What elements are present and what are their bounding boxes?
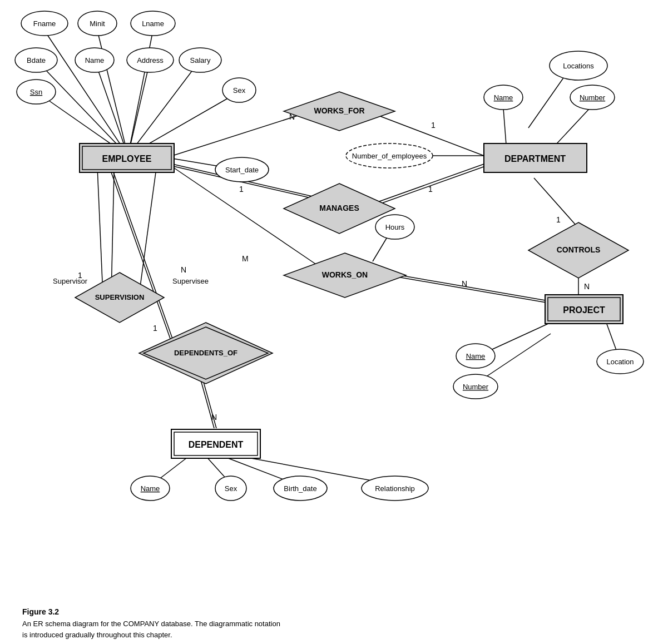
attr-lname-label: Lname <box>142 19 164 28</box>
attr-num-employees-label: Number_of_employees <box>352 152 427 160</box>
cardinality-controls-n: N <box>584 282 590 291</box>
cardinality-works-on-m: M <box>242 254 249 263</box>
entity-employee-label: EMPLOYEE <box>102 154 152 164</box>
attr-hours-label: Hours <box>385 223 405 231</box>
er-diagram-container: N 1 1 1 M N 1 N 1 N 1 N Supervisor Super… <box>0 0 668 601</box>
attr-proj-number-label: Number <box>463 383 489 391</box>
svg-line-31 <box>606 323 617 353</box>
attr-dept-name-label: Name <box>494 93 513 102</box>
svg-line-13 <box>172 167 328 273</box>
svg-line-22 <box>367 164 484 206</box>
attr-dep-name-label: Name <box>141 484 160 493</box>
caption-line1: An ER schema diagram for the COMPANY dat… <box>22 618 645 630</box>
rel-manages-label: MANAGES <box>319 204 359 212</box>
svg-line-29 <box>484 323 551 353</box>
rel-works-on-label: WORKS_ON <box>322 270 368 279</box>
entity-dependent-label: DEPENDENT <box>189 440 244 449</box>
attr-emp-name-label: Name <box>85 56 105 65</box>
svg-line-23 <box>368 166 485 208</box>
cardinality-dependents-n: N <box>211 413 217 422</box>
attr-dep-birthdate-label: Birth_date <box>284 484 316 493</box>
label-supervisor: Supervisor <box>53 277 88 285</box>
rel-works-for-label: WORKS_FOR <box>314 106 365 115</box>
svg-line-4 <box>95 60 128 156</box>
attr-locations-label: Locations <box>563 62 594 70</box>
caption-title: Figure 3.2 <box>22 607 645 616</box>
cardinality-dependents-1: 1 <box>153 324 157 333</box>
svg-line-14 <box>97 167 103 295</box>
attr-start-date-label: Start_date <box>225 166 259 174</box>
cardinality-controls-dept: 1 <box>556 215 561 224</box>
er-diagram-svg: N 1 1 1 M N 1 N 1 N 1 N Supervisor Super… <box>0 0 668 601</box>
attr-bdate-label: Bdate <box>27 56 46 65</box>
attr-ssn-label: Ssn <box>30 88 42 96</box>
attr-fname-label: Fname <box>33 19 56 28</box>
rel-controls-label: CONTROLS <box>557 245 601 254</box>
caption-area: Figure 3.2 An ER schema diagram for the … <box>11 601 656 644</box>
entity-project-label: PROJECT <box>563 305 605 315</box>
cardinality-works-for-1: 1 <box>431 121 436 130</box>
svg-line-33 <box>139 172 156 295</box>
svg-line-3 <box>36 60 128 156</box>
attr-proj-location-label: Location <box>606 358 634 366</box>
attr-sex-emp-label: Sex <box>233 86 246 95</box>
attr-dep-relationship-label: Relationship <box>375 484 415 493</box>
cardinality-manages-dept: 1 <box>428 185 433 194</box>
cardinality-manages-emp: 1 <box>239 185 244 194</box>
attr-dep-sex-label: Sex <box>225 484 237 493</box>
attr-address-label: Address <box>137 56 164 65</box>
attr-minit-label: Minit <box>90 19 105 28</box>
cardinality-works-on-n: N <box>462 279 467 288</box>
rel-dependents-of-label: DEPENDENTS_OF <box>174 349 237 357</box>
svg-line-19 <box>528 72 567 128</box>
attr-proj-name-label: Name <box>466 352 486 360</box>
attr-dept-number-label: Number <box>580 93 606 102</box>
rel-supervision-label: SUPERVISION <box>95 293 145 301</box>
attr-salary-label: Salary <box>190 56 211 65</box>
label-supervisee: Supervisee <box>172 277 209 285</box>
caption-line2: is introduced gradually throughout this … <box>22 630 645 641</box>
svg-line-20 <box>503 108 506 145</box>
entity-department-label: DEPARTMENT <box>504 154 566 164</box>
cardinality-supervision-n: N <box>181 265 186 274</box>
